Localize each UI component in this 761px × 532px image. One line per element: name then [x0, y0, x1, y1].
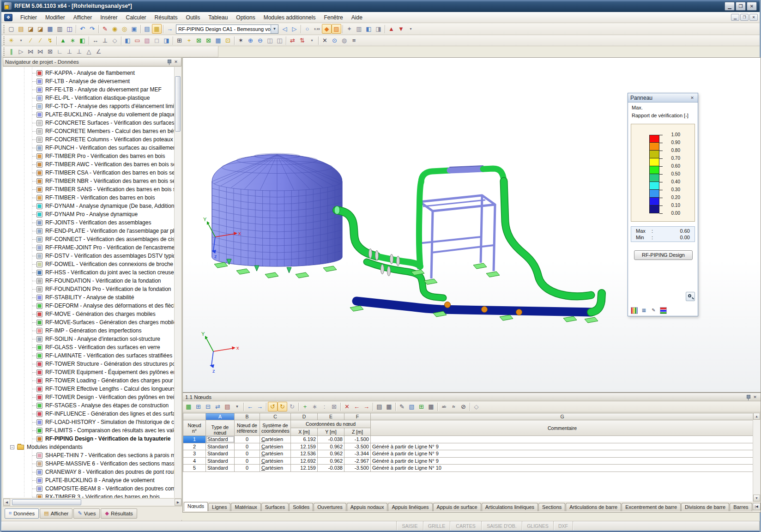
- data-cell[interactable]: Standard: [206, 443, 235, 450]
- navigator-item[interactable]: COMPOSITE-BEAM 8 - Vérification des pout…: [3, 484, 175, 493]
- scroll-down-icon[interactable]: ▼: [753, 495, 760, 502]
- zoom-out-icon[interactable]: ⊖: [255, 36, 265, 45]
- menu-modifier[interactable]: Modifier: [41, 13, 69, 22]
- navigator-folder[interactable]: −Modules indépendants: [3, 443, 175, 451]
- flange-ring[interactable]: [397, 256, 400, 266]
- navigator-item[interactable]: RF-DYNAM Pro - Analyse dynamique: [3, 210, 175, 218]
- data-cell[interactable]: 0: [235, 436, 260, 443]
- snap-point-icon[interactable]: ▷: [16, 47, 26, 56]
- pin-icon[interactable]: [166, 59, 172, 65]
- navigator-item[interactable]: RF-FRAME-JOINT Pro - Vérification de l'e…: [3, 243, 175, 252]
- navigator-item[interactable]: RF-DYNAM - Analyse dynamique (De base, A…: [3, 202, 175, 210]
- navigator-item[interactable]: RF-SOILIN - Analyse d'interaction sol-st…: [3, 335, 175, 343]
- print-icon[interactable]: ▥: [55, 24, 65, 34]
- navigator-item[interactable]: RF-TOWER Effective Lengths - Calcul des …: [3, 385, 175, 393]
- data-cell[interactable]: 12.159: [291, 443, 318, 450]
- data-cell[interactable]: -3.500: [344, 465, 371, 472]
- toolbar-grip[interactable]: [3, 48, 5, 56]
- table-tab-n-uds[interactable]: Nœuds: [184, 502, 208, 511]
- tree-horizontal-scrollbar[interactable]: ◀ ▶: [3, 498, 181, 505]
- navigator-item[interactable]: PLATE-BUCKLING - Analyse du voilement de…: [3, 110, 175, 119]
- support-tool-icon[interactable]: ▲: [58, 36, 68, 45]
- nav-tab-afficher[interactable]: ▤Afficher: [40, 508, 72, 519]
- column-letter-D[interactable]: D: [291, 413, 318, 420]
- data-cell[interactable]: Standard: [206, 450, 235, 458]
- panel-magnifier-button[interactable]: [686, 292, 695, 301]
- redo-icon[interactable]: ↷: [87, 24, 97, 34]
- close-button[interactable]: ✕: [747, 2, 757, 11]
- data-cell[interactable]: Généré à partir de Ligne N° 9: [371, 457, 754, 465]
- snap-cross-icon[interactable]: ⋈: [26, 47, 36, 56]
- menu-modules-additionnels[interactable]: Modules additionnels: [260, 13, 320, 22]
- support-cone[interactable]: [287, 267, 291, 273]
- menu-calculer[interactable]: Calculer: [122, 13, 151, 22]
- table-edit-icon[interactable]: ▦: [184, 402, 193, 411]
- menu-ins-rer[interactable]: Insérer: [96, 13, 121, 22]
- zoom-in-icon[interactable]: ⊕: [246, 36, 255, 45]
- menu-icon[interactable]: ▼: [232, 402, 242, 411]
- navigator-item[interactable]: RF-DEFORM - Analyse des déformations et …: [3, 302, 175, 310]
- navigator-item[interactable]: RF-TIMBER - Vérification des barres en b…: [3, 193, 175, 202]
- dim-xx-icon[interactable]: ⊥: [100, 36, 110, 45]
- data-cell[interactable]: -1.500: [344, 436, 371, 443]
- column-letter-E[interactable]: E: [318, 413, 344, 420]
- restore-button[interactable]: ❐: [736, 2, 746, 11]
- support-pad[interactable]: [323, 266, 337, 272]
- data-cell[interactable]: 0.962: [318, 457, 344, 465]
- next-case-icon[interactable]: ▷: [290, 24, 299, 34]
- navigator-item[interactable]: RF-MOVE-Surfaces - Génération des charge…: [3, 318, 175, 326]
- first-icon[interactable]: ←: [245, 402, 255, 411]
- tank-model[interactable]: [212, 153, 342, 266]
- table-tab-barres[interactable]: Barres: [730, 503, 752, 511]
- data-cell[interactable]: Standard: [206, 436, 235, 443]
- expander-icon[interactable]: −: [10, 445, 14, 449]
- panel-icon[interactable]: ◧: [364, 24, 374, 34]
- color-spectrum-icon[interactable]: [631, 307, 638, 314]
- table-tab-surfaces[interactable]: Surfaces: [261, 503, 289, 511]
- line-tool-icon[interactable]: ⁄: [26, 36, 36, 45]
- results-on-icon[interactable]: ◆: [322, 24, 332, 34]
- spider-icon[interactable]: ✶: [236, 36, 246, 45]
- snap-perp2-icon[interactable]: ⊥: [74, 47, 84, 56]
- support-cone[interactable]: [254, 266, 259, 271]
- rfem-logo-icon[interactable]: ❖: [4, 14, 12, 21]
- values-icon[interactable]: x.xx: [312, 24, 322, 34]
- sheets-icon[interactable]: ▦: [384, 402, 394, 411]
- preview-icon[interactable]: ◫: [65, 24, 74, 34]
- grid-icon[interactable]: ▦: [213, 36, 223, 45]
- results-panel[interactable]: Panneau ✕ Max. Rapport de vérification […: [628, 93, 698, 316]
- prev-case-icon[interactable]: ◁: [280, 24, 290, 34]
- data-cell[interactable]: -3.500: [344, 443, 371, 450]
- menu-outils[interactable]: Outils: [182, 13, 205, 22]
- add-node-icon[interactable]: +: [184, 36, 194, 45]
- data-cell[interactable]: Généré à partir de Ligne N° 9: [371, 450, 754, 458]
- panel-header[interactable]: Panneau ✕: [628, 93, 698, 103]
- table-tab-sections[interactable]: Sections: [538, 503, 565, 511]
- row-number-cell[interactable]: 4: [183, 457, 206, 465]
- coord-system-cell[interactable]: Cartésien: [260, 443, 291, 450]
- report-icon[interactable]: ▥: [354, 24, 364, 34]
- node-sphere[interactable]: [445, 302, 451, 308]
- insert-row-icon[interactable]: ⊞: [193, 402, 203, 411]
- main-line-pipe[interactable]: [356, 301, 591, 312]
- support-pad[interactable]: [563, 316, 577, 322]
- navigator-item[interactable]: RF-KAPPA - Analyse de flambement: [3, 69, 175, 77]
- toolbar-grip[interactable]: [3, 25, 5, 33]
- clear-icon[interactable]: ⊠: [329, 402, 339, 411]
- navigator-item[interactable]: RF-TOWER Loading - Génération des charge…: [3, 376, 175, 385]
- table-vertical-scrollbar[interactable]: ▲ ▼: [753, 413, 760, 502]
- print-graphic-icon[interactable]: ✦: [344, 24, 354, 34]
- mdi-minimize-button[interactable]: ▁: [731, 14, 739, 21]
- dots-icon[interactable]: :: [320, 402, 329, 411]
- navigator-item[interactable]: RF-TOWER Design - Vérification des pylôn…: [3, 393, 175, 401]
- arc-tool-icon[interactable]: ↯: [45, 36, 55, 45]
- undo-table-icon[interactable]: ↺: [268, 402, 278, 411]
- del-right-icon[interactable]: →: [362, 402, 371, 411]
- coord-system-cell[interactable]: Cartésien: [260, 465, 291, 472]
- navigator-item[interactable]: RF-HSS - Vérification du joint avec la s…: [3, 268, 175, 277]
- frame2-icon[interactable]: ⊠: [204, 36, 213, 45]
- open-icon[interactable]: ▤: [16, 24, 26, 34]
- excel-icon[interactable]: ⊞: [417, 402, 426, 411]
- data-cell[interactable]: 0: [235, 465, 260, 472]
- toolbar-grip[interactable]: [3, 36, 5, 45]
